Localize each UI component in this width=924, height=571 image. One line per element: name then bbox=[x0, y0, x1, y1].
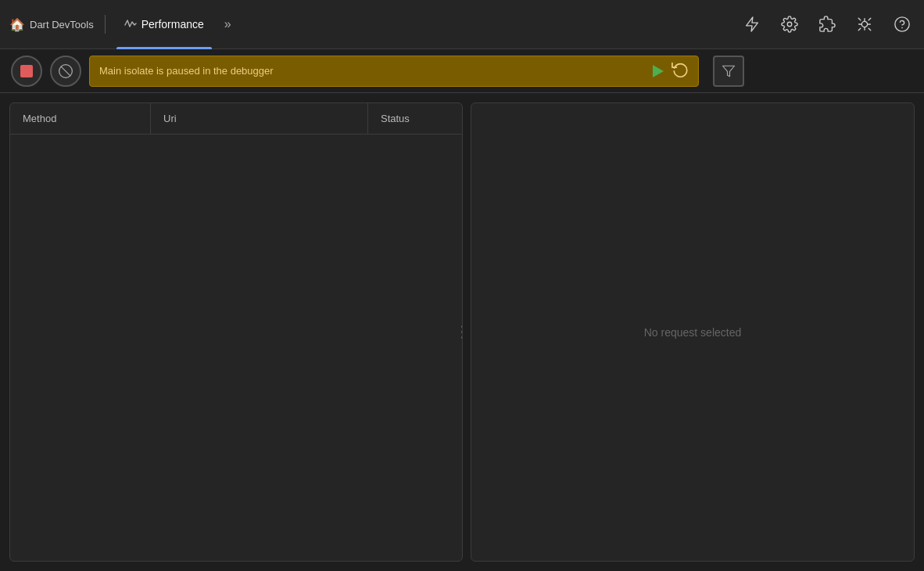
status-banner: Main isolate is paused in the debugger bbox=[89, 56, 699, 87]
svg-point-4 bbox=[902, 27, 903, 28]
table-body bbox=[10, 135, 462, 561]
more-tabs-button[interactable]: » bbox=[220, 17, 236, 31]
status-column-header: Status bbox=[368, 103, 462, 134]
svg-point-2 bbox=[861, 21, 867, 27]
svg-line-6 bbox=[61, 66, 70, 76]
method-column-header: Method bbox=[10, 103, 151, 134]
hot-reload-button[interactable] bbox=[672, 60, 689, 81]
home-icon: 🏠 bbox=[9, 17, 25, 32]
clear-button[interactable] bbox=[50, 56, 81, 87]
play-icon bbox=[653, 65, 664, 77]
filter-icon bbox=[722, 64, 736, 78]
settings-button[interactable] bbox=[777, 12, 802, 37]
debug-button[interactable] bbox=[852, 12, 877, 37]
svg-marker-0 bbox=[747, 17, 758, 31]
lightning-button[interactable] bbox=[740, 12, 765, 37]
secondary-toolbar: Main isolate is paused in the debugger bbox=[0, 49, 924, 93]
extension-button[interactable] bbox=[815, 12, 840, 37]
request-detail-panel: No request selected bbox=[471, 102, 915, 562]
resizer-dot-3 bbox=[461, 336, 464, 339]
gear-icon bbox=[781, 16, 798, 33]
help-button[interactable] bbox=[890, 12, 915, 37]
lightning-icon bbox=[743, 16, 761, 33]
stop-record-button[interactable] bbox=[11, 56, 42, 87]
clear-icon bbox=[58, 63, 73, 79]
resizer-dot-2 bbox=[461, 331, 464, 333]
header-right bbox=[740, 12, 915, 37]
svg-point-1 bbox=[787, 22, 792, 27]
bug-icon bbox=[856, 16, 873, 33]
svg-point-3 bbox=[895, 17, 909, 31]
table-header: Method Uri Status bbox=[10, 103, 462, 135]
main-content: Method Uri Status No request selected bbox=[0, 93, 924, 571]
status-text: Main isolate is paused in the debugger bbox=[99, 65, 645, 77]
help-icon bbox=[894, 16, 911, 33]
extension-icon bbox=[818, 16, 836, 33]
stop-icon bbox=[20, 65, 33, 77]
uri-column-header: Uri bbox=[151, 103, 368, 134]
reload-icon bbox=[672, 60, 689, 77]
svg-marker-7 bbox=[723, 66, 735, 77]
no-selection-label: No request selected bbox=[644, 326, 742, 339]
header-left: 🏠 Dart DevTools Performance » bbox=[9, 0, 740, 49]
resume-button[interactable] bbox=[653, 65, 664, 77]
header-divider bbox=[105, 15, 106, 34]
performance-tab-icon bbox=[124, 17, 137, 32]
tab-performance[interactable]: Performance bbox=[116, 0, 212, 49]
app-title: Dart DevTools bbox=[30, 19, 94, 31]
resizer-handle bbox=[461, 325, 464, 339]
resizer-dot-1 bbox=[461, 325, 464, 328]
header: 🏠 Dart DevTools Performance » bbox=[0, 0, 924, 49]
filter-button[interactable] bbox=[713, 56, 744, 87]
panel-resizer[interactable] bbox=[457, 317, 463, 348]
more-tabs-icon: » bbox=[224, 17, 231, 31]
home-link[interactable]: 🏠 Dart DevTools bbox=[9, 17, 94, 32]
tab-performance-label: Performance bbox=[141, 18, 204, 31]
network-table-panel: Method Uri Status bbox=[9, 102, 463, 562]
